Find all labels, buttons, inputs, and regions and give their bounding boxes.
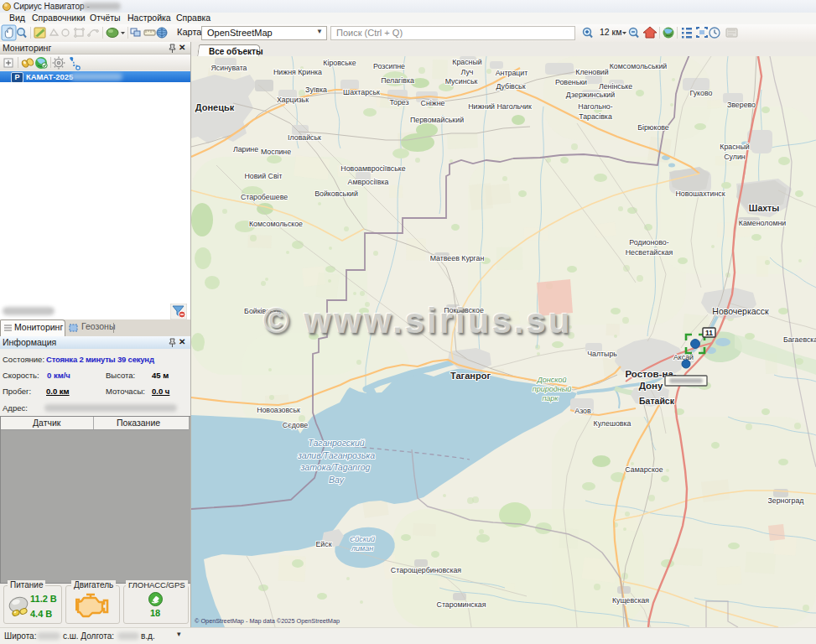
svg-text:Моспине: Моспине (261, 148, 291, 156)
svg-text:Ленінське: Ленінське (599, 82, 632, 91)
svg-text:Кленовий: Кленовий (575, 68, 608, 76)
svg-text:Таганрог: Таганрог (450, 371, 491, 381)
svg-text:Антрацит: Антрацит (496, 69, 528, 77)
svg-text:Красный: Красный (720, 143, 749, 151)
svg-text:Зуївка: Зуївка (305, 86, 327, 94)
svg-text:Родионово-: Родионово- (629, 238, 668, 247)
svg-text:Ясинувата: Ясинувата (210, 64, 247, 72)
svg-text:Амвросіївка: Амвросіївка (348, 178, 389, 186)
svg-text:Староминская: Староминская (437, 600, 486, 609)
svg-text:Каменоломни: Каменоломни (739, 219, 787, 227)
svg-text:лиман: лиман (351, 544, 373, 553)
svg-text:Розсипне: Розсипне (373, 62, 405, 70)
svg-text:Новий Світ: Новий Світ (244, 172, 282, 180)
svg-text:Тарасівка: Тарасівка (579, 112, 612, 121)
svg-text:Новоамвросіївське: Новоамвросіївське (340, 164, 405, 173)
svg-text:Старобешеве: Старобешеве (241, 193, 288, 201)
svg-text:Чалтырь: Чалтырь (587, 350, 617, 358)
svg-text:затока/Taganrog: затока/Taganrog (300, 462, 371, 472)
svg-text:Ровеньки: Ровеньки (555, 78, 587, 86)
svg-text:Азов: Азов (574, 407, 591, 415)
svg-text:Новошахтинск: Новошахтинск (675, 190, 725, 198)
svg-text:Єйский: Єйский (350, 535, 375, 543)
svg-text:Первомайський: Первомайський (410, 116, 464, 124)
svg-text:Матвеев Курган: Матвеев Курган (430, 254, 485, 262)
svg-text:Торез: Торез (389, 98, 408, 106)
svg-text:Зверево: Зверево (727, 101, 756, 109)
svg-text:парк: парк (542, 394, 559, 402)
svg-text:Кущевская: Кущевская (612, 596, 649, 605)
svg-text:Донской: Донской (536, 376, 566, 384)
svg-text:Нижний Нагольчик: Нижний Нагольчик (468, 102, 532, 111)
svg-text:Пелагівка: Пелагівка (381, 76, 414, 85)
svg-text:Войковський: Войковський (314, 190, 358, 198)
svg-text:Шахтарськ: Шахтарськ (343, 88, 380, 96)
svg-text:Луч: Луч (461, 68, 474, 76)
svg-text:Дубівськ: Дубівськ (496, 82, 525, 91)
svg-text:Дзержинський: Дзержинський (566, 91, 615, 99)
svg-text:Нагольно-: Нагольно- (578, 102, 612, 111)
svg-text:Сєдове: Сєдове (283, 421, 308, 429)
svg-text:Кіровське: Кіровське (323, 59, 356, 67)
svg-text:Харцизьк: Харцизьк (277, 96, 309, 104)
svg-text:12 км: 12 км (600, 27, 621, 37)
svg-text:Батайск: Батайск (639, 396, 675, 406)
svg-text:природный: природный (533, 385, 572, 393)
svg-text:Самарское: Самарское (625, 465, 663, 474)
svg-text:Старощербиновская: Старощербиновская (391, 566, 461, 574)
svg-text:Іловайськ: Іловайськ (288, 133, 321, 142)
svg-text:Нижня Кринка: Нижня Кринка (273, 68, 322, 76)
svg-text:Сніжне: Сніжне (421, 99, 445, 107)
svg-text:Ларине: Ларине (233, 145, 258, 153)
svg-text:Шахты: Шахты (749, 203, 779, 213)
svg-text:залив/Таганрозька: залив/Таганрозька (297, 450, 375, 460)
svg-text:Ейск: Ейск (315, 540, 331, 548)
svg-text:Мусинськ: Мусинськ (445, 77, 478, 86)
svg-text:Новочеркасск: Новочеркасск (712, 306, 769, 316)
svg-text:Багаевская: Багаевская (783, 335, 816, 344)
svg-text:Таганрогский: Таганрогский (308, 438, 364, 448)
svg-text:Донецьк: Донецьк (195, 102, 235, 112)
svg-text:Сулин: Сулин (724, 153, 746, 161)
svg-text:Гуково: Гуково (690, 89, 713, 97)
svg-text:Несветайская: Несветайская (626, 248, 673, 257)
svg-text:Новоазовськ: Новоазовськ (257, 406, 300, 414)
svg-text:Красный: Красный (452, 58, 481, 66)
svg-text:Дону: Дону (639, 381, 663, 391)
svg-text:Бірюкове: Бірюкове (637, 123, 669, 132)
svg-text:Зерноград: Зерноград (768, 496, 804, 505)
svg-text:Bay: Bay (329, 475, 345, 485)
svg-text:11: 11 (705, 329, 713, 337)
svg-text:Кулешовка: Кулешовка (594, 419, 631, 428)
svg-text:Комсомольський: Комсомольський (610, 62, 668, 70)
svg-text:Комсомольское: Комсомольское (249, 220, 303, 228)
